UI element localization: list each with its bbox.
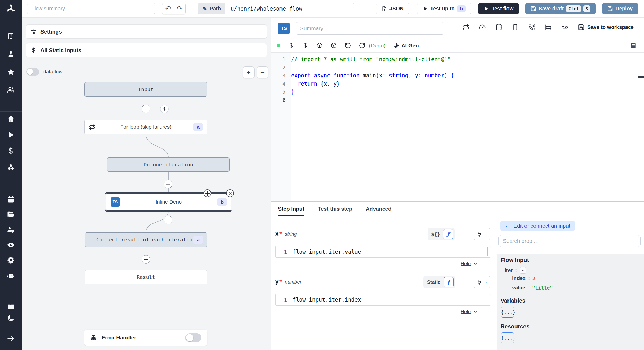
windmill-logo[interactable] bbox=[0, 0, 22, 18]
tab-advanced[interactable]: Advanced bbox=[366, 202, 391, 216]
node-for-loop[interactable]: For loop (skip failures) a bbox=[84, 120, 207, 134]
add-step-button[interactable] bbox=[142, 105, 150, 113]
node-collect-result[interactable]: Collect result of each iteration a bbox=[85, 232, 207, 247]
x-mode-javascript[interactable]: ƒ bbox=[443, 229, 453, 239]
search-prop-input[interactable] bbox=[498, 235, 641, 247]
x-mode-template[interactable]: ${} bbox=[431, 231, 440, 237]
smartphone-icon[interactable] bbox=[512, 24, 519, 31]
x-connect-input-button[interactable]: → bbox=[474, 228, 490, 240]
redo-button[interactable]: ↷ bbox=[174, 3, 186, 14]
tree-row-iter[interactable]: iter : - bbox=[505, 267, 640, 274]
moon-icon[interactable] bbox=[6, 314, 15, 322]
runtime-label[interactable]: (Deno) bbox=[369, 43, 385, 49]
arrow-right-icon: → bbox=[483, 231, 488, 237]
users-icon[interactable] bbox=[6, 85, 15, 94]
node-input[interactable]: Input bbox=[84, 82, 207, 97]
node-do-one-iteration[interactable]: Do one iteration bbox=[107, 157, 230, 172]
node-result[interactable]: Result bbox=[85, 270, 207, 284]
move-step-button[interactable] bbox=[204, 189, 211, 197]
add-step-button[interactable] bbox=[164, 180, 172, 188]
node-inline-deno[interactable]: TS Inline Deno b bbox=[106, 193, 231, 211]
editor-scrollbar-thumb[interactable] bbox=[638, 76, 644, 78]
code-line-1[interactable]: 1// import * as wmill from "npm:windmill… bbox=[271, 55, 637, 63]
user-icon[interactable] bbox=[6, 49, 15, 58]
flow-settings-button[interactable]: Settings bbox=[26, 24, 267, 39]
add-trigger-button[interactable] bbox=[160, 105, 169, 113]
topbar: ↶ ↷ ✎ Path u/henri/wholesome_flow JSON T… bbox=[22, 0, 644, 18]
building-icon[interactable] bbox=[6, 32, 15, 40]
code-line-4[interactable]: 4 return {x, y} bbox=[271, 80, 637, 88]
sidebar-divider bbox=[0, 328, 22, 328]
save-to-workspace-button[interactable]: Save to workspace bbox=[578, 24, 634, 31]
dataflow-toggle[interactable] bbox=[26, 68, 39, 76]
star-icon[interactable] bbox=[6, 68, 15, 76]
folder-open-icon[interactable] bbox=[6, 210, 15, 219]
code-editor[interactable]: 1// import * as wmill from "npm:windmill… bbox=[271, 53, 638, 201]
tab-test-this-step[interactable]: Test this step bbox=[318, 202, 352, 216]
add-step-button[interactable] bbox=[164, 216, 172, 224]
code-line-5[interactable]: 5} bbox=[271, 88, 637, 96]
code-line-3[interactable]: 3export async function main(x: string, y… bbox=[271, 71, 637, 80]
plus-icon bbox=[166, 218, 171, 222]
add-variable-button[interactable] bbox=[288, 42, 294, 49]
ai-gen-button[interactable]: AI Gen bbox=[393, 42, 419, 49]
repeat-icon[interactable] bbox=[462, 24, 469, 31]
play-icon[interactable] bbox=[6, 130, 15, 139]
tree-row-value[interactable]: value : "Lille" bbox=[512, 285, 640, 291]
deploy-button[interactable]: Deploy bbox=[602, 3, 638, 14]
step-input-section: x* string ${} ƒ → 1 flow_input.iter.valu… bbox=[271, 216, 497, 350]
gauge-icon[interactable] bbox=[479, 24, 486, 31]
path-group[interactable]: ✎ Path u/henri/wholesome_flow bbox=[198, 3, 354, 14]
collapse-toggle[interactable]: - bbox=[520, 267, 526, 274]
json-button[interactable]: JSON bbox=[376, 3, 409, 14]
expand-arrow-icon[interactable] bbox=[6, 334, 15, 343]
y-connect-input-button[interactable]: → bbox=[474, 276, 490, 288]
boxes-icon[interactable] bbox=[6, 163, 15, 172]
save-icon bbox=[607, 6, 613, 11]
zoom-in-button[interactable]: + bbox=[243, 66, 255, 78]
eye-icon[interactable] bbox=[6, 240, 15, 249]
error-handler-toggle[interactable] bbox=[185, 333, 201, 342]
edit-or-connect-button[interactable]: ← Edit or connect an input bbox=[500, 221, 575, 231]
add-step-button[interactable] bbox=[142, 255, 150, 264]
save-draft-button[interactable]: Save draft Ctrl S bbox=[525, 3, 596, 14]
dollar-icon[interactable] bbox=[6, 146, 15, 155]
path-value[interactable]: u/henri/wholesome_flow bbox=[225, 3, 354, 14]
phone-incoming-icon[interactable] bbox=[528, 24, 535, 31]
all-static-inputs-button[interactable]: All Static Inputs bbox=[26, 43, 267, 57]
rotate-ccw-icon[interactable] bbox=[345, 42, 351, 49]
bed-icon[interactable] bbox=[545, 24, 552, 31]
y-mode-javascript[interactable]: ƒ bbox=[444, 277, 454, 287]
library-icon[interactable] bbox=[630, 42, 637, 50]
tab-step-input[interactable]: Step Input bbox=[278, 202, 304, 216]
variables-object-button[interactable]: {...} bbox=[501, 307, 514, 318]
undo-button[interactable]: ↶ bbox=[162, 3, 174, 14]
test-flow-button[interactable]: Test flow bbox=[478, 3, 519, 14]
gear-icon[interactable] bbox=[6, 256, 15, 264]
resources-object-button[interactable]: {...} bbox=[501, 332, 514, 343]
home-icon[interactable] bbox=[6, 114, 15, 123]
voicemail-icon[interactable] bbox=[561, 24, 568, 31]
x-help-link[interactable]: Help bbox=[461, 261, 478, 266]
code-line-2[interactable]: 2 bbox=[271, 63, 637, 72]
book-open-icon[interactable] bbox=[6, 303, 15, 311]
zoom-out-button[interactable]: − bbox=[257, 66, 268, 78]
package-icon[interactable] bbox=[316, 42, 323, 49]
calendar-icon[interactable] bbox=[6, 195, 15, 204]
robot-icon[interactable] bbox=[6, 271, 15, 280]
add-resource-button[interactable] bbox=[302, 42, 309, 49]
users-gear-icon[interactable] bbox=[6, 225, 15, 234]
refresh-cw-icon[interactable] bbox=[359, 42, 365, 49]
x-expression-editor[interactable]: 1 flow_input.iter.value bbox=[275, 246, 491, 258]
y-mode-static[interactable]: Static bbox=[427, 279, 440, 285]
database-icon[interactable] bbox=[495, 24, 502, 31]
y-expression-editor[interactable]: 1 flow_input.iter.index bbox=[275, 294, 491, 306]
y-help-link[interactable]: Help bbox=[461, 309, 478, 314]
flow-summary-input[interactable] bbox=[27, 3, 155, 14]
code-line-6[interactable]: 6 bbox=[271, 96, 637, 104]
test-up-to-button[interactable]: Test up to b bbox=[417, 3, 471, 14]
tree-row-index[interactable]: index : 2 bbox=[512, 275, 640, 281]
delete-step-button[interactable] bbox=[226, 189, 234, 197]
summary-input[interactable] bbox=[296, 22, 444, 35]
package-icon[interactable] bbox=[331, 42, 337, 49]
